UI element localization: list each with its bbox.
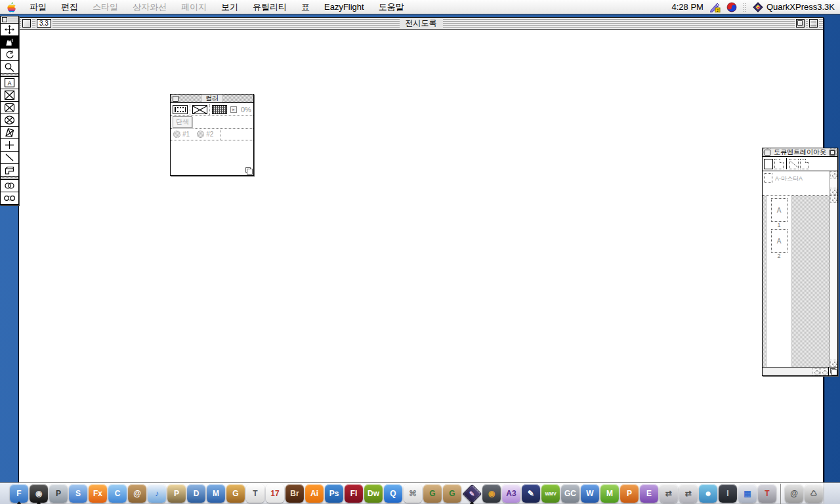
dock-item-msn-messenger[interactable]: M xyxy=(600,484,620,504)
dock-item-quarkxpress[interactable]: ✎ xyxy=(462,484,482,504)
dock-item-adobe-illustrator[interactable]: Ai xyxy=(304,484,324,504)
apple-menu[interactable] xyxy=(0,2,22,12)
layout-palette-close-box[interactable] xyxy=(765,150,770,156)
window-collapse-box[interactable] xyxy=(809,19,818,28)
blank-facing-page-icon[interactable] xyxy=(774,159,784,169)
ime-taegeuk-icon[interactable] xyxy=(726,2,737,12)
menu-item-9[interactable]: EazyFlight xyxy=(317,0,371,14)
dock-item-microsoft-word[interactable]: W xyxy=(580,484,600,504)
dock-item-quicktime[interactable]: Q xyxy=(383,484,403,504)
dock-item-itunes[interactable]: ♪ xyxy=(147,484,167,504)
dock-item-flip4mac-wmv[interactable]: WMV xyxy=(541,484,560,504)
orthogonal-line-tool[interactable] xyxy=(1,139,18,152)
menu-item-7[interactable]: 유틸리티 xyxy=(245,0,294,14)
page-thumbnail-2[interactable]: A xyxy=(771,229,788,253)
polygon-picture-box-tool[interactable] xyxy=(1,127,18,139)
scroll-up-icon[interactable] xyxy=(830,196,837,203)
layout-palette-titlebar[interactable]: 도큐멘트레이아웃 xyxy=(763,148,837,157)
dock-item-microsoft-powerpoint[interactable]: P xyxy=(620,484,639,504)
table-tool[interactable] xyxy=(1,164,18,177)
dock-item-paint-app[interactable]: ✎ xyxy=(521,484,541,504)
dock-item-stamp-app[interactable]: @ xyxy=(784,484,804,504)
layout-resize-grip[interactable] xyxy=(828,368,837,375)
colors-palette-close-box[interactable] xyxy=(173,96,178,102)
background-color-icon[interactable] xyxy=(212,105,227,114)
dock-item-adobe-flash[interactable]: Fl xyxy=(344,484,364,504)
scroll-down-icon[interactable] xyxy=(830,360,837,367)
window-zoom-box[interactable] xyxy=(796,19,805,28)
master-page-icon-a[interactable] xyxy=(789,159,799,169)
layout-palette-zoom-box[interactable] xyxy=(830,150,835,156)
tool-palette-titlebar[interactable] xyxy=(1,16,18,24)
dock-item-dvd-player[interactable]: D xyxy=(186,484,206,504)
dock-item-file-sync-utility-2[interactable]: ⇄ xyxy=(679,484,698,504)
dock-item-iphoto[interactable]: P xyxy=(167,484,186,504)
rotation-tool[interactable] xyxy=(1,49,18,61)
dock-item-installer-box-1[interactable]: G xyxy=(423,484,442,504)
linking-tool[interactable] xyxy=(1,180,18,192)
dock-item-imovie[interactable]: M xyxy=(206,484,226,504)
dock-item-firefox[interactable]: Fx xyxy=(88,484,108,504)
input-method-pencil-icon[interactable]: 2 xyxy=(709,2,721,12)
dock-item-installer-box-2[interactable]: G xyxy=(442,484,462,504)
scroll-left-icon[interactable] xyxy=(812,368,820,375)
scroll-right-icon[interactable] xyxy=(820,368,828,375)
menu-item-10[interactable]: 도움말 xyxy=(371,0,411,14)
dock-item-microsoft-entourage[interactable]: E xyxy=(639,484,659,504)
master-scrollbar[interactable] xyxy=(830,171,837,195)
scroll-up-icon[interactable] xyxy=(830,171,837,178)
colors-palette-titlebar[interactable]: 컬러 xyxy=(171,94,253,103)
rounded-picture-box-tool[interactable] xyxy=(1,102,18,114)
solid-mode-button[interactable]: 단색 xyxy=(173,116,192,128)
menu-item-2[interactable]: 편집 xyxy=(54,0,85,14)
dock-item-chart-app[interactable]: ▦ xyxy=(738,484,757,504)
dock-item-file-sync-utility-1[interactable]: ⇄ xyxy=(659,484,679,504)
dock-item-a3-font-app[interactable]: A3 xyxy=(501,484,521,504)
zoom-tool[interactable] xyxy=(1,61,18,74)
dock-item-adobe-dreamweaver[interactable]: Dw xyxy=(364,484,383,504)
blend-option-2[interactable]: #2 xyxy=(197,131,213,138)
page-thumbnail-1[interactable]: A xyxy=(771,198,788,222)
dock-item-textedit[interactable]: T xyxy=(245,484,265,504)
content-tool[interactable] xyxy=(1,36,18,49)
dock-item-media-utility[interactable]: ◉ xyxy=(482,484,501,504)
dock-item-repair-tool-app[interactable]: T xyxy=(757,484,777,504)
color-list[interactable] xyxy=(171,140,253,175)
dock-item-safari[interactable]: S xyxy=(68,484,88,504)
dock-item-garageband[interactable]: G xyxy=(226,484,245,504)
menu-item-8[interactable]: 표 xyxy=(294,0,317,14)
dock-item-ical[interactable]: 17 xyxy=(265,484,285,504)
dock-item-ichat[interactable]: C xyxy=(108,484,127,504)
content-color-icon[interactable] xyxy=(192,105,207,114)
master-page-icon-b[interactable] xyxy=(800,159,809,169)
shade-popup-icon[interactable]: ▸ xyxy=(230,106,237,113)
blend-option-1[interactable]: #1 xyxy=(173,131,190,138)
dock-item-address-book[interactable]: @ xyxy=(127,484,147,504)
dock-item-people-app[interactable]: ☻ xyxy=(698,484,718,504)
pages-horizontal-scrollbar[interactable] xyxy=(763,367,837,375)
dock-item-front-row[interactable]: ⌘ xyxy=(403,484,423,504)
frame-color-icon[interactable] xyxy=(173,105,188,114)
oval-picture-box-tool[interactable] xyxy=(1,114,18,127)
tool-palette-close-box[interactable] xyxy=(2,17,7,22)
dock-item-ink-pen-app[interactable]: I xyxy=(718,484,738,504)
window-close-box[interactable] xyxy=(22,19,31,28)
dock-item-trash[interactable]: ♺ xyxy=(804,484,824,504)
dock-item-finder[interactable]: F xyxy=(9,484,29,504)
document-window-titlebar[interactable]: 3.3 전시도록 xyxy=(19,18,823,30)
rectangle-picture-box-tool[interactable] xyxy=(1,89,18,102)
pages-canvas[interactable]: A1A2 xyxy=(763,196,830,367)
dock-item-adobe-bridge[interactable]: Br xyxy=(285,484,304,504)
pages-vertical-scrollbar[interactable] xyxy=(830,196,837,367)
blank-single-page-icon[interactable] xyxy=(764,159,773,169)
menu-item-1[interactable]: 파일 xyxy=(22,0,54,14)
dock-item-adobe-photoshop[interactable]: Ps xyxy=(324,484,344,504)
diagonal-line-tool[interactable] xyxy=(1,152,18,164)
menu-clock[interactable]: 4:28 PM xyxy=(672,2,704,12)
text-box-tool[interactable]: A xyxy=(1,77,18,89)
master-page-item[interactable]: A-마스터A xyxy=(763,171,830,195)
dock-item-graphicconverter[interactable]: GC xyxy=(560,484,580,504)
dock-item-dashboard[interactable]: ◉ xyxy=(29,484,49,504)
active-app-indicator[interactable]: QuarkXPress3.3K xyxy=(753,2,835,12)
dock-item-preview[interactable]: P xyxy=(49,484,68,504)
